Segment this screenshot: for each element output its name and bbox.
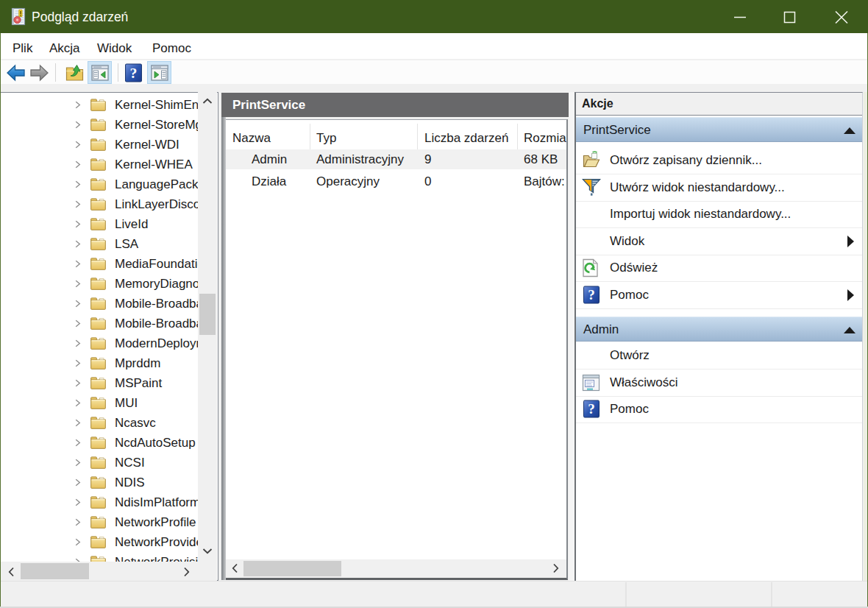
svg-text:?: ?: [130, 65, 138, 81]
svg-text:?: ?: [588, 287, 595, 303]
svg-text:?: ?: [588, 401, 595, 417]
